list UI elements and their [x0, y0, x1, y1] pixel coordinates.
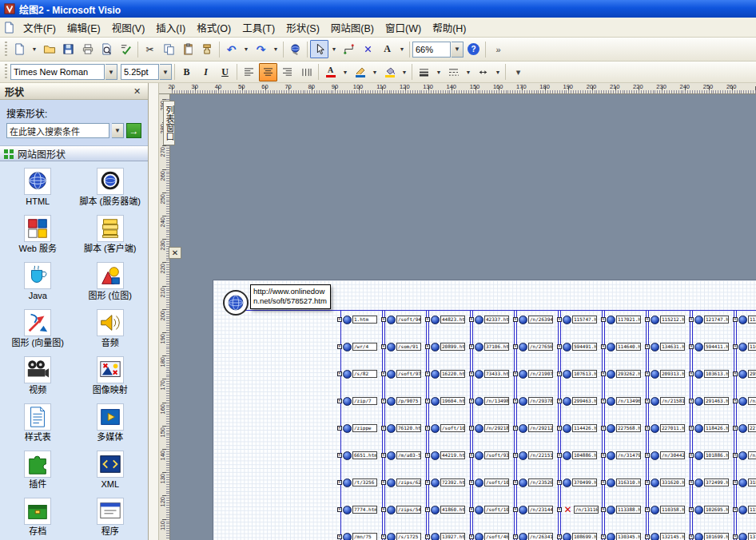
line-ends-button[interactable] [474, 63, 492, 81]
stencil-shape-image-map[interactable]: 图像映射 [74, 355, 147, 399]
site-page-shape[interactable]: /soft/10 [472, 504, 515, 515]
site-page-shape[interactable]: /n/13498 [472, 395, 515, 407]
site-page-shape[interactable]: /n/31479 [604, 450, 647, 461]
underline-button[interactable]: U [216, 63, 234, 81]
line-color-dropdown[interactable]: ▼ [370, 63, 380, 81]
site-page-shape[interactable]: 227568.htm [604, 423, 647, 434]
site-page-shape[interactable]: 115747.htm [560, 314, 603, 325]
site-page-shape[interactable]: /n/13499 [736, 395, 756, 407]
site-page-shape[interactable]: 331620.htm [648, 477, 691, 488]
text-tool-button[interactable]: A [378, 40, 396, 58]
stencil-shape-server-script[interactable]: 脚本 (服务器端) [74, 166, 147, 211]
pointer-tool-dropdown[interactable]: ▼ [329, 40, 339, 58]
copy-button[interactable] [160, 40, 178, 58]
menu-item[interactable]: 窗口(W) [380, 18, 427, 38]
menu-item[interactable]: 插入(I) [150, 18, 191, 38]
site-page-shape[interactable]: /soft/106 [428, 423, 472, 434]
site-page-shape[interactable]: 13927.htm [428, 531, 472, 540]
drawing-page[interactable]: http://www.onlinedown.net/soft/578527.ht… [213, 280, 756, 540]
panel-splitter[interactable] [149, 83, 159, 540]
site-page-shape[interactable]: 42337.htm [472, 314, 515, 325]
menu-item[interactable]: 视图(V) [106, 18, 151, 38]
site-page-shape[interactable]: /t/3256 [340, 477, 384, 488]
drawing-canvas[interactable]: http://www.onlinedown.net/soft/578527.ht… [170, 94, 756, 540]
line-ends-dropdown[interactable]: ▼ [493, 63, 503, 81]
site-page-shape[interactable]: 41860.htm [428, 504, 472, 515]
site-page-shape[interactable]: 372499.htm [692, 477, 735, 488]
zoom-dropdown[interactable]: ▼ [452, 42, 464, 58]
stencil-shape-archive[interactable]: 存档 [2, 496, 74, 540]
site-page-shape[interactable]: 114640.htm [604, 341, 647, 352]
align-right-button[interactable] [278, 63, 296, 81]
font-color-dropdown[interactable]: ▼ [340, 63, 350, 81]
site-page-shape[interactable]: 131345.htm [736, 531, 756, 540]
site-page-shape[interactable]: /soft/46 [472, 531, 515, 540]
site-page-shape[interactable]: /n/26394 [516, 314, 559, 325]
line-weight-button[interactable] [415, 63, 433, 81]
stencil-shape-program[interactable]: 程序 [74, 496, 147, 540]
site-page-shape[interactable]: /zips/54 [384, 504, 428, 515]
site-page-shape[interactable]: /n/27656 [516, 341, 559, 352]
toolbar-options-chevron[interactable]: ▾ [508, 63, 527, 81]
root-page-shape[interactable] [223, 290, 249, 316]
site-page-shape[interactable]: ✕/n/13116 [560, 504, 603, 515]
spelling-button[interactable] [117, 40, 135, 58]
site-page-shape[interactable]: 134631.htm [648, 341, 691, 352]
site-page-shape[interactable]: 115212.htm [648, 314, 691, 325]
site-page-shape[interactable]: 227011.htm [648, 423, 691, 434]
site-page-shape[interactable]: 37106.htm [472, 341, 515, 352]
close-shapes-panel-button[interactable]: ✕ [131, 85, 143, 97]
list-window-tab[interactable]: 列表窗口 [163, 101, 175, 145]
site-page-shape[interactable]: 20899.htm [428, 341, 472, 352]
site-page-shape[interactable]: 293262.htm [604, 368, 647, 379]
site-page-shape[interactable]: 110358.htm [648, 504, 691, 515]
line-pattern-dropdown[interactable]: ▼ [464, 63, 473, 81]
paste-button[interactable] [179, 40, 197, 58]
site-page-shape[interactable]: 318310.htm [736, 477, 756, 488]
site-page-shape[interactable]: /zip/7 [340, 395, 384, 407]
site-page-shape[interactable]: 116640.htm [736, 341, 756, 352]
site-page-shape[interactable]: /mn/75 [340, 531, 384, 540]
site-page-shape[interactable]: /n/30442 [648, 450, 691, 461]
stencil-shape-client-script[interactable]: 脚本 (客户端) [74, 213, 147, 258]
site-page-shape[interactable]: /n/23144 [516, 504, 559, 515]
stencil-shape-html[interactable]: HTML [2, 166, 74, 211]
search-history-dropdown[interactable]: ▼ [112, 123, 124, 138]
site-page-shape[interactable]: 118426.htm [692, 423, 735, 434]
site-page-shape[interactable]: 132145.htm [648, 531, 691, 540]
stencil-shape-plugin[interactable]: 插件 [2, 449, 74, 494]
new-drawing-button[interactable] [10, 40, 29, 58]
site-page-shape[interactable]: 370499.htm [560, 477, 603, 488]
site-page-shape[interactable]: 209313.htm [648, 368, 691, 379]
site-page-shape[interactable]: /n/31471 [736, 450, 756, 461]
fill-color-button[interactable] [380, 63, 399, 81]
menu-item[interactable]: 格式(O) [191, 18, 237, 38]
toolbar-drag-handle[interactable] [5, 42, 7, 58]
undo-button[interactable]: ↶ [222, 40, 241, 58]
site-page-shape[interactable]: 6651.htm [340, 450, 384, 461]
line-weight-dropdown[interactable]: ▼ [434, 63, 444, 81]
print-preview-button[interactable] [97, 40, 116, 58]
distribute-button[interactable] [297, 63, 316, 81]
open-button[interactable] [40, 40, 58, 58]
font-name-combo[interactable]: Times New Roman [10, 64, 105, 80]
shape-search-input[interactable] [6, 123, 109, 138]
format-painter-button[interactable] [198, 40, 217, 58]
site-page-shape[interactable]: 103613.htm [692, 368, 735, 379]
bold-button[interactable]: B [177, 63, 196, 81]
site-page-shape[interactable]: 115388.htm [736, 504, 756, 515]
font-color-button[interactable]: A [321, 63, 340, 81]
close-anchored-window-button[interactable]: ✕ [169, 247, 181, 259]
stencil-shape-xml[interactable]: XML [74, 449, 147, 494]
site-page-shape[interactable]: /n/21581 [648, 395, 691, 407]
stencil-shape-bitmap-graphic[interactable]: 图形 (位图) [74, 260, 147, 305]
redo-button[interactable]: ↷ [252, 40, 270, 58]
save-button[interactable] [59, 40, 78, 58]
font-size-combo[interactable]: 5.25pt [121, 64, 159, 80]
stencil-shape-video[interactable]: 视频 [2, 355, 74, 399]
help-button[interactable]: ? [464, 40, 483, 58]
site-page-shape[interactable]: 7774.htm [340, 504, 384, 515]
zoom-combo[interactable]: 66% [412, 42, 451, 58]
italic-button[interactable]: I [197, 63, 215, 81]
menu-item[interactable]: 网站图(B) [325, 18, 380, 38]
